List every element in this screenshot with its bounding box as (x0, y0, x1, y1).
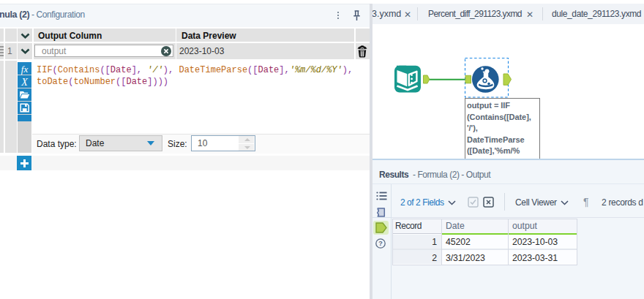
svg-text:?: ? (378, 240, 383, 247)
